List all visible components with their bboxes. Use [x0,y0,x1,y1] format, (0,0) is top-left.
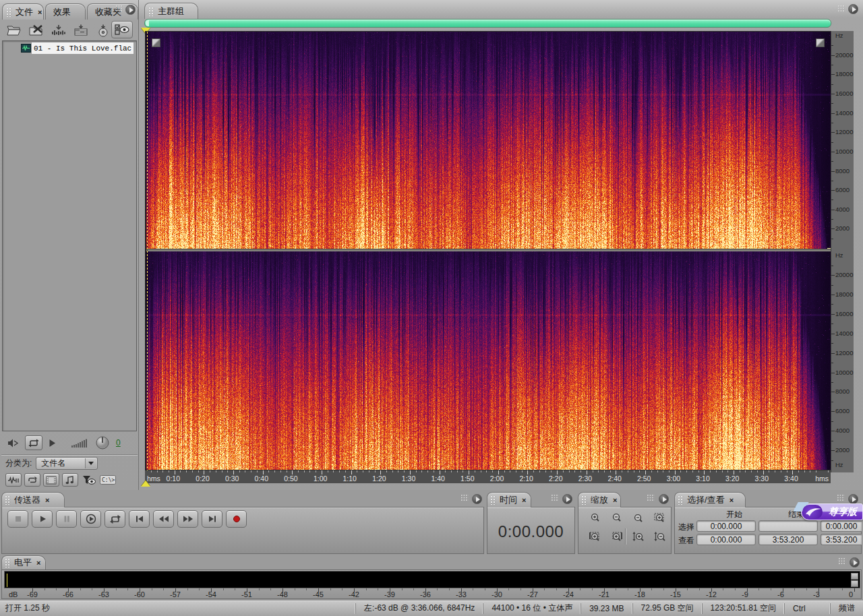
clip-indicator-right[interactable] [851,580,858,587]
playhead-marker-bottom[interactable] [141,481,150,487]
fast-forward-button[interactable] [177,510,198,528]
chevron-down-icon[interactable] [85,458,96,468]
zoom-out-vertical-button[interactable] [650,528,670,545]
horizontal-scrollbar[interactable] [144,19,831,28]
preview-play-icon[interactable] [49,439,56,448]
zoom-to-left-edge-button[interactable] [585,528,605,545]
zoom-in-vertical-button[interactable] [628,528,649,545]
zoom-out-full-button[interactable] [628,510,649,526]
show-video-button[interactable] [43,473,59,487]
row-view-label: 查看 [678,535,694,547]
show-path-button[interactable]: C:\> [100,475,116,485]
tab-levels[interactable]: 电平 × [1,555,46,569]
time-minor-tick [451,470,452,472]
filter-view-button[interactable] [81,473,97,487]
levels-menu-button[interactable] [850,557,860,567]
db-minor-tick [723,588,723,590]
import-from-cd-button[interactable] [94,22,112,38]
freq-minor-tick [831,65,833,65]
close-icon[interactable]: × [613,497,617,503]
close-file-button[interactable] [28,22,45,38]
transport-menu-button[interactable] [472,494,482,504]
sort-dropdown[interactable]: 文件名 [36,457,98,470]
time-ruler[interactable]: hmshms0:100:200:300:400:501:001:101:201:… [145,470,831,483]
show-loop-button[interactable] [24,473,40,487]
zoom-to-right-edge-button[interactable] [607,528,627,545]
show-midi-button[interactable] [62,473,78,487]
time-tick-label: 0:10 [167,474,180,483]
view-start-field[interactable]: 0:00.000 [696,534,756,545]
volume-bars-icon[interactable] [71,438,89,448]
clip-indicator-left[interactable] [851,573,858,580]
db-minor-tick [580,588,581,590]
freq-minor-tick [831,304,833,305]
auto-play-button[interactable] [25,435,42,450]
time-unit-label: hms [815,474,829,483]
options-toggle-button[interactable] [111,21,133,38]
record-button[interactable] [226,510,247,528]
time-menu-button[interactable] [562,494,572,504]
level-meter[interactable] [4,571,860,588]
spectrogram-canvas[interactable] [146,32,831,470]
db-minor-tick [56,588,57,590]
zoom-in-horizontal-button[interactable] [585,510,605,526]
freq-minor-tick [831,84,833,85]
close-icon[interactable]: × [730,497,734,503]
tab-main-group[interactable]: 主群组 [144,3,198,19]
tab-effects[interactable]: 效果 [45,3,86,20]
tab-zoom[interactable]: 缩放 × [578,492,621,507]
time-tick-label: 2:00 [490,474,504,483]
time-minor-tick [569,470,570,472]
freq-minor-tick [831,123,833,123]
channel-handle-left[interactable] [152,38,160,47]
db-minor-tick [223,588,224,590]
loop-play-button[interactable] [105,510,125,528]
time-minor-tick [769,470,769,472]
pause-button[interactable] [56,510,77,528]
go-to-end-button[interactable] [202,510,222,528]
premium-badge[interactable]: 尊享版 [801,503,863,520]
go-to-start-button[interactable] [129,510,150,528]
close-icon[interactable]: × [36,559,40,566]
show-audio-button[interactable] [5,473,22,487]
play-from-cursor-button[interactable] [80,510,101,528]
stop-button[interactable] [7,510,28,528]
zoom-out-horizontal-button[interactable] [607,510,627,526]
status-view-mode: 频谱 [830,603,863,614]
tab-files[interactable]: 文件 × [2,3,44,20]
selection-length-field[interactable]: 0:00.000 [821,520,862,532]
preview-volume-value[interactable]: 0 [116,438,121,448]
tab-time[interactable]: 时间 × [487,492,531,507]
tab-transport[interactable]: 传送器 × [1,492,65,507]
files-panel-menu-button[interactable] [125,5,136,15]
close-icon[interactable]: × [522,497,526,503]
close-icon[interactable]: × [38,9,42,16]
selection-start-field[interactable]: 0:00.000 [696,520,756,532]
view-end-field[interactable]: 3:53.200 [758,534,818,545]
open-file-button[interactable] [5,22,23,38]
zoom-menu-button[interactable] [659,494,669,504]
import-audio-button[interactable] [50,22,67,38]
speaker-icon[interactable] [7,438,19,448]
close-icon[interactable]: × [45,497,49,503]
volume-knob-icon[interactable] [95,435,110,450]
selection-menu-button[interactable] [848,494,858,504]
panel-grip [461,495,469,501]
main-panel-menu-button[interactable] [848,4,858,14]
frequency-ruler[interactable]: Hz20000180001600014000120001000080006000… [831,31,854,472]
zoom-to-selection-button[interactable] [650,510,670,526]
freq-minor-tick [831,421,833,422]
tab-selection-view[interactable]: 选择/查看 × [674,492,746,507]
file-list-item[interactable]: 01 - Is This Love.flac [3,42,133,54]
sort-value: 文件名 [41,458,65,469]
play-button[interactable] [32,510,53,528]
selection-end-field[interactable] [758,520,818,532]
view-length-field[interactable]: 3:53.200 [821,534,862,545]
spectrogram-view[interactable] [145,31,831,470]
time-minor-tick [345,470,346,472]
channel-handle-right[interactable] [816,38,825,47]
time-tick-label: 0:50 [284,474,297,483]
rewind-button[interactable] [153,510,174,528]
db-minor-tick [354,588,355,590]
insert-into-multitrack-button[interactable] [72,22,90,38]
